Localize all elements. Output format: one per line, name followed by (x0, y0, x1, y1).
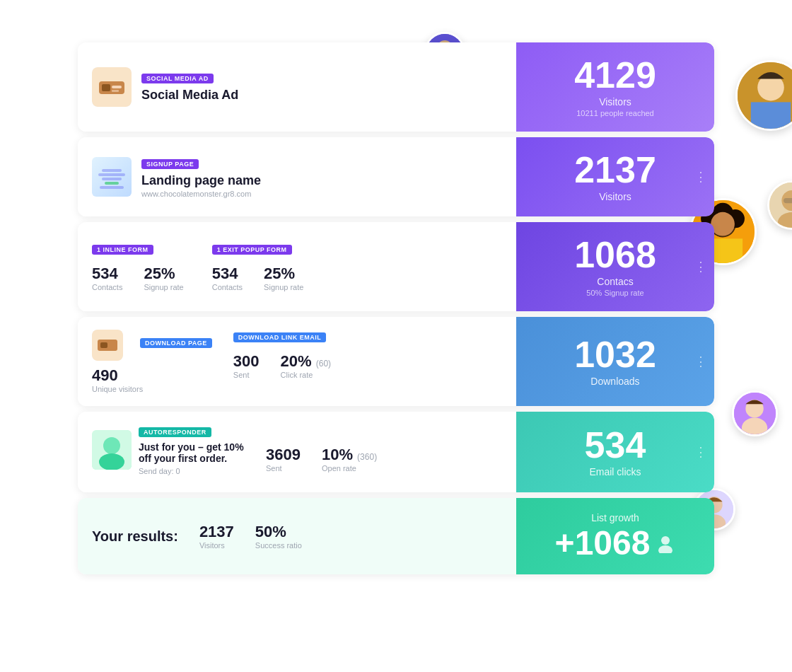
row3-inline-stats: 534 Contacts 25% Signup rate (92, 265, 184, 291)
svg-rect-30 (112, 86, 122, 88)
row3-popup-badge: 1 EXIT POPUP FORM (212, 245, 292, 255)
row3-metric-label: Contacs (597, 276, 633, 287)
row5-dots[interactable]: ⋮ (694, 444, 707, 460)
row-results: Your results: 2137 Visitors 50% Success … (78, 498, 714, 574)
svg-point-39 (658, 545, 672, 553)
row6-metric: List growth +1068 (516, 498, 714, 574)
row3-popup-section: 1 EXIT POPUP FORM 534 Contacts 25% Signu… (212, 242, 304, 291)
stat-popup-contacts-value: 534 (212, 265, 243, 283)
row3-inline-badge: 1 INLINE FORM (92, 245, 153, 255)
row5-auto-info: AUTORESPONDER Just for you – get 10% off… (139, 424, 252, 475)
stat-auto-sent-label: Sent (266, 464, 301, 473)
row4-dots[interactable]: ⋮ (694, 354, 707, 369)
row-download: DOWNLOAD PAGE 490 Unique visitors DOWNLO… (78, 317, 714, 406)
row3-popup-stats: 534 Contacts 25% Signup rate (212, 265, 304, 291)
stat-inline-contacts-value: 534 (92, 265, 122, 283)
stat-unique-visitors: 490 Unique visitors (92, 366, 143, 393)
stat-unique-visitors-value: 490 (92, 366, 143, 385)
list-growth-row: +1068 (555, 526, 676, 560)
row1-metric-label: Visitors (599, 96, 631, 108)
stat-open-rate-value: 10% (360) (322, 446, 377, 464)
stat-popup-contacts: 534 Contacts (212, 265, 243, 291)
row4-content: DOWNLOAD PAGE 490 Unique visitors DOWNLO… (92, 330, 502, 393)
stat-results-success-value: 50% (255, 523, 302, 541)
stat-results-visitors-value: 2137 (199, 523, 234, 541)
row3-left: 1 INLINE FORM 534 Contacts 25% Signup ra… (78, 222, 516, 311)
row2-dots[interactable]: ⋮ (694, 169, 707, 185)
svg-point-37 (99, 453, 124, 470)
stat-click-rate-extra: (60) (316, 359, 331, 369)
row4-thumb (92, 330, 123, 361)
row1-header: SOCIAL MEDIA AD Social Media Ad (92, 67, 502, 107)
row4-page-header: DOWNLOAD PAGE (92, 330, 212, 361)
row5-send-day: Send day: 0 (139, 467, 252, 475)
row6-results-content: Your results: 2137 Visitors 50% Success … (92, 523, 502, 550)
stat-open-rate-label: Open rate (322, 464, 377, 473)
row5-left: AUTORESPONDER Just for you – get 10% off… (78, 412, 516, 492)
stat-sent-value: 300 (233, 352, 260, 371)
avatar-2 (735, 60, 792, 131)
row2-metric: 2137 Visitors ⋮ (516, 137, 714, 216)
row3-metric-sub: 50% Signup rate (586, 289, 644, 297)
preview-line-6 (100, 186, 124, 189)
avatar-3 (767, 180, 792, 230)
stat-results-visitors-label: Visitors (199, 541, 234, 550)
stat-click-rate: 20% (60) Click rate (281, 352, 332, 379)
row3-dots[interactable]: ⋮ (694, 259, 707, 274)
row3-inline-badge-wrap: 1 INLINE FORM (92, 242, 184, 259)
row1-big-number: 4129 (574, 57, 656, 93)
svg-rect-34 (100, 342, 107, 348)
svg-point-38 (661, 536, 670, 545)
svg-rect-29 (102, 84, 110, 91)
stat-inline-contacts-label: Contacts (92, 283, 122, 291)
stat-results-success: 50% Success ratio (255, 523, 302, 550)
funnel-container: SOCIAL MEDIA AD Social Media Ad 4129 Vis… (78, 42, 714, 574)
row2-thumbnail (92, 157, 132, 197)
svg-point-36 (103, 437, 120, 454)
svg-point-18 (711, 212, 735, 236)
preview-line-5 (105, 182, 118, 185)
row1-metric: 4129 Visitors 10211 people reached (516, 42, 714, 132)
row4-email-section: DOWNLOAD LINK EMAIL 300 Sent 20% (60) Cl… (233, 330, 331, 379)
row5-metric-label: Email clicks (589, 466, 641, 477)
svg-rect-31 (112, 90, 119, 92)
row3-big-number: 1068 (574, 236, 656, 273)
row-landing-page: SIGNUP PAGE Landing page name www.chocol… (78, 137, 714, 216)
stat-popup-signup-label: Signup rate (264, 283, 303, 291)
row4-page-section: DOWNLOAD PAGE 490 Unique visitors (92, 330, 212, 393)
row2-metric-label: Visitors (599, 191, 631, 202)
stat-inline-signup: 25% Signup rate (144, 265, 183, 291)
row2-badge: SIGNUP PAGE (141, 159, 199, 169)
row5-stats: 3609 Sent 10% (360) Open rate (266, 446, 377, 473)
row5-auto-section: AUTORESPONDER Just for you – get 10% off… (92, 424, 252, 480)
row5-badge: AUTORESPONDER (139, 427, 211, 437)
row5-thumb (92, 430, 132, 470)
row3-inline-section: 1 INLINE FORM 534 Contacts 25% Signup ra… (92, 242, 184, 291)
preview-line-3 (98, 173, 125, 176)
row4-email-badge-wrap: DOWNLOAD LINK EMAIL (233, 330, 331, 347)
row1-badge: SOCIAL MEDIA AD (141, 74, 214, 83)
row2-url: www.chocolatemonster.gr8.com (141, 190, 502, 198)
svg-rect-8 (751, 102, 791, 129)
row4-metric: 1032 Downloads ⋮ (516, 317, 714, 406)
row3-content: 1 INLINE FORM 534 Contacts 25% Signup ra… (92, 242, 502, 291)
row2-big-number: 2137 (574, 151, 656, 188)
row3-metric: 1068 Contacs 50% Signup rate ⋮ (516, 222, 714, 311)
stat-results-success-label: Success ratio (255, 541, 302, 550)
row4-email-stats: 300 Sent 20% (60) Click rate (233, 352, 331, 379)
stat-sent: 300 Sent (233, 352, 260, 379)
row4-email-badge: DOWNLOAD LINK EMAIL (233, 332, 327, 342)
row1-metric-sub: 10211 people reached (576, 109, 653, 117)
svg-rect-12 (784, 198, 792, 203)
row-forms: 1 INLINE FORM 534 Contacts 25% Signup ra… (78, 222, 714, 311)
row5-metric: 534 Email clicks ⋮ (516, 412, 714, 492)
stat-popup-signup-value: 25% (264, 265, 303, 283)
row1-left: SOCIAL MEDIA AD Social Media Ad (78, 42, 516, 132)
stat-inline-signup-label: Signup rate (144, 283, 183, 291)
stat-inline-signup-value: 25% (144, 265, 183, 283)
stat-unique-visitors-label: Unique visitors (92, 385, 143, 393)
row2-left: SIGNUP PAGE Landing page name www.chocol… (78, 137, 516, 216)
row-autoresponder: AUTORESPONDER Just for you – get 10% off… (78, 412, 714, 492)
preview-line-2 (102, 169, 122, 172)
stat-inline-contacts: 534 Contacts (92, 265, 122, 291)
